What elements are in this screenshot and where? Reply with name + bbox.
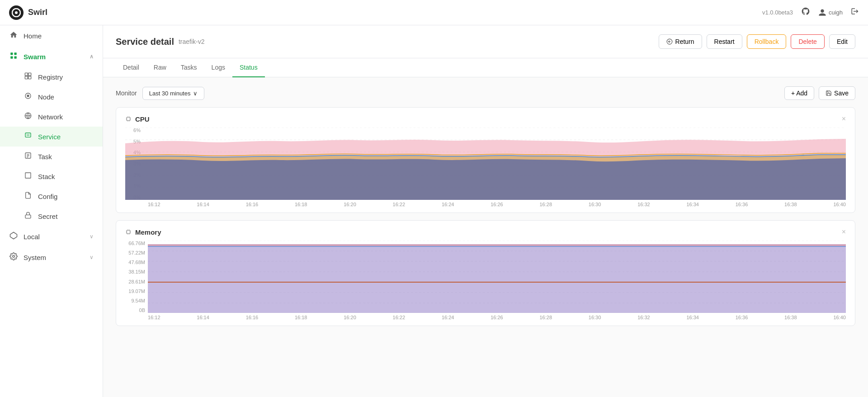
system-icon — [9, 252, 18, 262]
logo-text: Swirl — [28, 8, 47, 17]
svg-rect-4 — [10, 57, 13, 59]
tab-detail[interactable]: Detail — [116, 58, 146, 77]
cpu-chart-card: CPU × 0% 1% 2% 3% 4% 5% 6% — [116, 107, 855, 213]
tabs: Detail Raw Tasks Logs Status — [103, 58, 868, 77]
memory-chart-area — [148, 241, 846, 313]
svg-rect-9 — [28, 76, 31, 79]
svg-rect-8 — [25, 76, 28, 79]
username: cuigh — [829, 9, 843, 16]
sidebar-item-task-label: Task — [38, 153, 52, 161]
topbar-right: v1.0.0beta3 cuigh — [762, 7, 859, 18]
swarm-icon — [9, 52, 18, 61]
task-icon — [24, 152, 33, 161]
monitor-bar: Monitor Last 30 minutes ∨ + Add Save — [116, 86, 855, 100]
cpu-chart-area — [125, 128, 846, 200]
memory-chart-close[interactable]: × — [842, 228, 846, 236]
svg-rect-5 — [14, 57, 17, 59]
swarm-chevron: ∧ — [90, 53, 94, 60]
page-subtitle: traefik-v2 — [179, 38, 205, 45]
memory-chart-header: Memory × — [125, 228, 846, 236]
sidebar: Home Swarm ∧ Registry Node — [0, 25, 103, 397]
topbar: Swirl v1.0.0beta3 cuigh — [0, 0, 868, 25]
registry-icon — [24, 72, 33, 81]
sidebar-item-service[interactable]: Service — [0, 127, 103, 147]
layout: Home Swarm ∧ Registry Node — [0, 25, 868, 397]
logo: Swirl — [9, 5, 47, 20]
sidebar-item-network[interactable]: Network — [0, 107, 103, 127]
svg-rect-7 — [28, 73, 31, 76]
edit-button[interactable]: Edit — [829, 34, 855, 49]
sidebar-item-config[interactable]: Config — [0, 186, 103, 206]
sidebar-item-swarm-label: Swarm — [24, 53, 46, 61]
period-select[interactable]: Last 30 minutes ∨ — [142, 87, 205, 100]
page-header: Service detail traefik-v2 Return Restart… — [103, 25, 868, 58]
tab-logs[interactable]: Logs — [204, 58, 232, 77]
sidebar-item-local-label: Local — [24, 233, 40, 241]
period-chevron: ∨ — [193, 90, 198, 97]
logo-icon — [9, 5, 24, 20]
memory-chart-wrapper: 0B 9.54M 19.07M 28.61M 38.15M 47.68M 57.… — [125, 241, 846, 320]
sidebar-item-home[interactable]: Home — [0, 25, 103, 46]
cpu-chart-close[interactable]: × — [842, 115, 846, 123]
sidebar-item-swarm[interactable]: Swarm ∧ — [0, 46, 103, 67]
tab-raw[interactable]: Raw — [146, 58, 174, 77]
home-icon — [9, 31, 18, 41]
page-title: Service detail — [116, 37, 174, 47]
config-icon — [24, 192, 33, 201]
rollback-button[interactable]: Rollback — [747, 34, 787, 49]
user-menu[interactable]: cuigh — [818, 9, 843, 17]
tab-status[interactable]: Status — [232, 58, 265, 77]
svg-point-23 — [13, 255, 15, 258]
svg-point-1 — [15, 11, 18, 14]
sidebar-item-secret-label: Secret — [38, 213, 57, 220]
memory-chart-card: Memory × 0B 9.54M 19.07M 28.61M 38.15M 4… — [116, 220, 855, 326]
svg-rect-67 — [148, 244, 846, 313]
main-content: Service detail traefik-v2 Return Restart… — [103, 25, 868, 397]
svg-rect-15 — [27, 134, 30, 136]
cpu-chart-header: CPU × — [125, 115, 846, 123]
cpu-x-labels: 16:12 16:14 16:16 16:18 16:20 16:22 16:2… — [148, 202, 846, 207]
svg-rect-58 — [127, 231, 130, 234]
stack-icon — [24, 172, 33, 181]
monitor-actions: + Add Save — [784, 86, 855, 100]
network-icon — [24, 112, 33, 121]
local-chevron: ∨ — [90, 233, 94, 240]
cpu-chart-title: CPU — [125, 115, 150, 123]
service-icon — [24, 132, 33, 141]
svg-marker-22 — [10, 232, 17, 239]
sidebar-item-node[interactable]: Node — [0, 87, 103, 107]
page-actions: Return Restart Rollback Delete Edit — [659, 34, 855, 49]
sidebar-item-secret[interactable]: Secret — [0, 206, 103, 226]
logout-icon[interactable] — [851, 7, 859, 18]
sidebar-item-system-label: System — [24, 254, 46, 261]
sidebar-item-config-label: Config — [38, 193, 57, 200]
svg-point-11 — [27, 95, 29, 97]
sidebar-item-registry[interactable]: Registry — [0, 67, 103, 87]
restart-button[interactable]: Restart — [707, 34, 742, 49]
save-button[interactable]: Save — [819, 86, 855, 100]
sidebar-item-registry-label: Registry — [38, 73, 63, 81]
svg-rect-6 — [25, 73, 28, 76]
version-label: v1.0.0beta3 — [762, 9, 793, 16]
svg-rect-3 — [14, 52, 17, 55]
sidebar-item-task[interactable]: Task — [0, 147, 103, 166]
svg-rect-21 — [25, 215, 31, 218]
sidebar-item-home-label: Home — [24, 32, 42, 40]
sidebar-item-local[interactable]: Local ∨ — [0, 226, 103, 247]
github-icon[interactable] — [801, 7, 810, 18]
secret-icon — [24, 212, 33, 221]
sidebar-item-network-label: Network — [38, 113, 63, 121]
sidebar-item-node-label: Node — [38, 93, 54, 101]
memory-chart-title: Memory — [125, 228, 161, 236]
system-chevron: ∨ — [90, 254, 94, 260]
memory-y-labels: 0B 9.54M 19.07M 28.61M 38.15M 47.68M 57.… — [125, 241, 148, 313]
add-button[interactable]: + Add — [784, 86, 814, 100]
svg-rect-38 — [127, 118, 130, 121]
tab-tasks[interactable]: Tasks — [174, 58, 204, 77]
monitor-label: Monitor — [116, 90, 137, 97]
return-button[interactable]: Return — [659, 34, 702, 49]
sidebar-item-stack[interactable]: Stack — [0, 166, 103, 186]
delete-button[interactable]: Delete — [791, 34, 824, 49]
svg-rect-2 — [10, 52, 13, 55]
sidebar-item-system[interactable]: System ∨ — [0, 247, 103, 268]
